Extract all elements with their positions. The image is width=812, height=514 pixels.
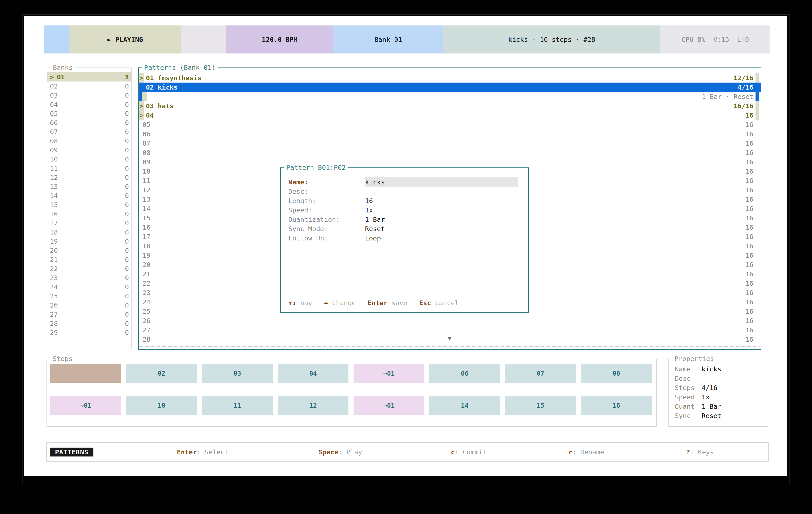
bank-row-28[interactable]: 280 — [47, 319, 132, 328]
bank-row-12[interactable]: 120 — [47, 173, 132, 182]
statusbar-segment-transport[interactable]: ► PLAYING — [69, 26, 181, 54]
dialog-field-label: Follow Up: — [288, 234, 328, 242]
dialog-field-name[interactable]: Name:kicks — [288, 177, 521, 187]
pattern-steps-count: 16 — [746, 251, 761, 259]
step-cell-9[interactable]: →01 — [50, 396, 121, 415]
bank-pattern-count: 0 — [125, 310, 129, 318]
bank-row-25[interactable]: 250 — [47, 292, 132, 301]
property-label: Name — [675, 364, 702, 374]
bank-row-02[interactable]: 020 — [47, 82, 132, 91]
pattern-name: fmsynthesis — [158, 74, 201, 82]
bank-row-09[interactable]: 090 — [47, 145, 132, 154]
bank-row-29[interactable]: 29▼0 — [47, 328, 132, 337]
step-cell-16[interactable]: 16 — [581, 396, 652, 415]
dialog-field-syncmode[interactable]: Sync Mode:Reset — [288, 224, 521, 234]
bank-row-01[interactable]: >013 — [47, 72, 132, 82]
statusbar-segment-spacer: - — [181, 26, 226, 54]
dialog-field-desc[interactable]: Desc: — [288, 187, 521, 196]
bank-number: 07 — [50, 128, 58, 135]
bank-row-08[interactable]: 080 — [47, 136, 132, 145]
bottom-hint-key: c — [451, 448, 455, 456]
step-cell-12[interactable]: 12 — [278, 396, 348, 415]
bank-row-19[interactable]: 190 — [47, 237, 132, 246]
pattern-row-07[interactable]: 0716 — [139, 139, 761, 148]
pattern-row-08[interactable]: 0816 — [139, 148, 761, 157]
step-cell-4[interactable]: 04 — [278, 364, 348, 383]
pattern-row-05[interactable]: 0516 — [139, 120, 761, 129]
step-cell-5[interactable]: →01 — [353, 364, 424, 383]
pattern-number: 17 — [143, 233, 150, 240]
bank-row-11[interactable]: 110 — [47, 163, 132, 173]
bank-row-10[interactable]: 100 — [47, 154, 132, 163]
statusbar-segment-bank[interactable]: Bank 01 — [334, 26, 443, 54]
bottom-hint-rename: r: Rename — [569, 448, 604, 456]
bank-row-18[interactable]: 180 — [47, 228, 132, 237]
pattern-row-02[interactable]: 02kicks4/16 — [139, 83, 761, 92]
property-value: 4/16 — [702, 383, 718, 392]
dialog-field-quantization[interactable]: Quantization:1 Bar — [288, 215, 521, 224]
bank-row-15[interactable]: 150 — [47, 200, 132, 209]
pattern-number: 21 — [143, 270, 150, 278]
step-cell-1[interactable] — [50, 364, 121, 383]
bank-pattern-count: 0 — [125, 91, 129, 99]
bank-number: 09 — [50, 146, 58, 154]
dialog-field-speed[interactable]: Speed:1x — [288, 205, 521, 215]
bank-row-13[interactable]: 130 — [47, 182, 132, 191]
bank-row-14[interactable]: 140 — [47, 191, 132, 200]
bank-pattern-count: 0 — [125, 146, 129, 154]
bank-number: 03 — [50, 91, 58, 99]
statusbar-segment-bpm[interactable]: 120.0 BPM — [226, 26, 334, 54]
bank-row-26[interactable]: 260 — [47, 301, 132, 310]
bank-row-16[interactable]: 160 — [47, 209, 132, 218]
bank-row-05[interactable]: 050 — [47, 109, 132, 118]
step-cell-8[interactable]: 08 — [581, 364, 652, 383]
bottom-hint-key: r — [569, 448, 573, 456]
bank-row-21[interactable]: 210 — [47, 255, 132, 264]
step-cell-3[interactable]: 03 — [202, 364, 273, 383]
bank-number: 10 — [50, 155, 58, 163]
bank-row-23[interactable]: 230 — [47, 273, 132, 282]
dialog-field-followup[interactable]: Follow Up:Loop — [288, 234, 521, 243]
properties-panel: Properties NamekicksDesc-Steps4/16Speed1… — [668, 359, 768, 427]
dialog-field-length[interactable]: Length:16 — [288, 196, 521, 205]
pattern-steps-count: 16 — [746, 317, 761, 325]
pattern-number: 12 — [143, 186, 150, 194]
step-cell-13[interactable]: →01 — [353, 396, 424, 415]
pattern-steps-count: 16 — [746, 233, 761, 240]
property-value: kicks — [702, 364, 721, 374]
app-window: ► PLAYING-120.0 BPMBank 01kicks · 16 ste… — [24, 16, 787, 476]
bank-number: 17 — [50, 219, 58, 227]
bank-row-20[interactable]: 200 — [47, 246, 132, 255]
step-cell-10[interactable]: 10 — [126, 396, 197, 415]
pattern-row-27[interactable]: 2716 — [139, 325, 761, 335]
bank-row-24[interactable]: 240 — [47, 282, 132, 292]
step-cell-14[interactable]: 14 — [429, 396, 500, 415]
pattern-row-01[interactable]: >01fmsynthesis12/16 — [139, 73, 761, 83]
step-cell-11[interactable]: 11 — [202, 396, 273, 415]
bank-pattern-count: 0 — [125, 110, 129, 117]
step-cell-6[interactable]: 06 — [429, 364, 500, 383]
name-input-field[interactable] — [365, 177, 518, 187]
step-cell-7[interactable]: 07 — [505, 364, 576, 383]
pattern-row-26[interactable]: 2616 — [139, 316, 761, 325]
bank-number: 25 — [50, 292, 58, 300]
dialog-field-label: Length: — [288, 197, 316, 205]
bank-row-22[interactable]: 220 — [47, 264, 132, 273]
bank-row-27[interactable]: 270 — [47, 310, 132, 319]
bank-row-17[interactable]: 170 — [47, 218, 132, 228]
pattern-editor-dialog: Pattern B01:P02 Name:kicksDesc:Length:16… — [280, 168, 529, 313]
bank-row-07[interactable]: 070 — [47, 127, 132, 136]
step-cell-2[interactable]: 02 — [126, 364, 197, 383]
pattern-number: 13 — [143, 195, 150, 203]
pattern-row-09[interactable]: 0916 — [139, 157, 761, 167]
pattern-row-06[interactable]: 0616 — [139, 129, 761, 139]
patterns-clipped-row-indicator — [140, 346, 760, 347]
step-cell-15[interactable]: 15 — [505, 396, 576, 415]
bank-row-03[interactable]: 030 — [47, 91, 132, 100]
pattern-number: 07 — [143, 140, 150, 147]
pattern-row-03[interactable]: >03hats16/16 — [139, 101, 761, 111]
pattern-row-04[interactable]: >0416 — [139, 111, 761, 120]
bank-row-04[interactable]: 040 — [47, 100, 132, 109]
bank-row-06[interactable]: 060 — [47, 118, 132, 127]
property-row-desc: Desc- — [675, 374, 764, 383]
